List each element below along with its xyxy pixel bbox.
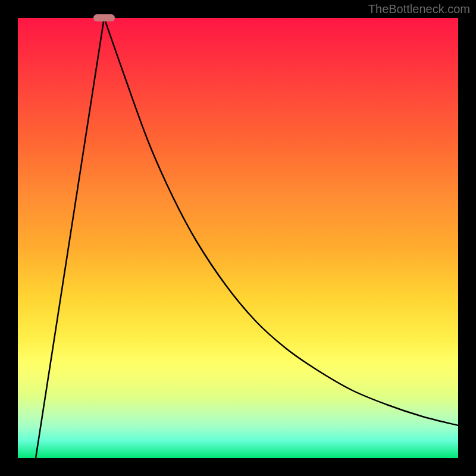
left-line-segment [36,18,104,458]
watermark-label: TheBottleneck.com [368,2,470,16]
right-curve-segment [104,18,458,425]
min-marker [93,14,115,21]
chart-container: TheBottleneck.com [0,0,476,476]
chart-curve-layer [18,18,458,458]
